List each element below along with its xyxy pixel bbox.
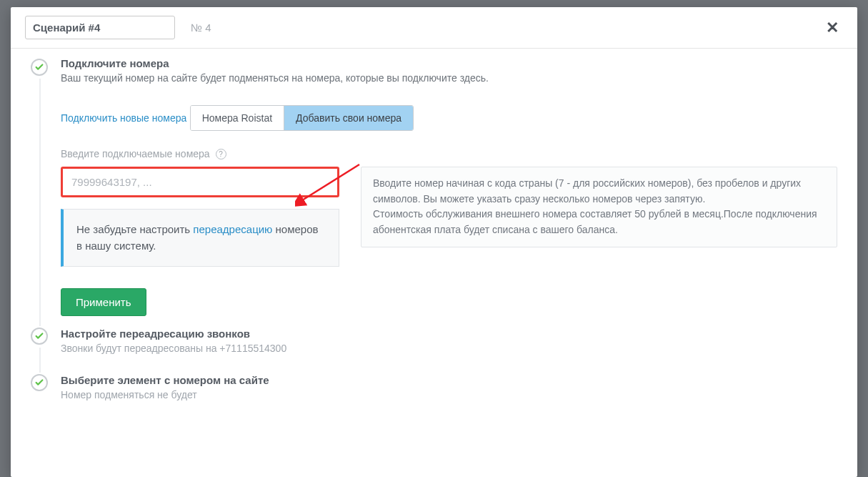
phone-info-box: Вводите номер начиная с кода страны (7 -… bbox=[361, 167, 837, 247]
step1-title: Подключите номера bbox=[61, 57, 837, 69]
scenario-modal: № 4 ✕ Подключите номера Ваш текущий номе… bbox=[11, 7, 857, 477]
step2-desc: Звонки будут переадресованы на +71115514… bbox=[61, 343, 837, 354]
step-connect-numbers: Подключите номера Ваш текущий номер на с… bbox=[31, 57, 837, 316]
help-icon[interactable]: ? bbox=[216, 149, 226, 159]
modal-body: Подключите номера Ваш текущий номер на с… bbox=[11, 49, 857, 433]
phone-field-label: Введите подключаемые номера ? bbox=[61, 148, 837, 159]
number-source-tabs: Номера Roistat Добавить свои номера bbox=[190, 105, 414, 131]
step-select-element[interactable]: Выберите элемент с номером на сайте Номе… bbox=[31, 373, 837, 409]
check-icon bbox=[31, 328, 48, 345]
scenario-number: № 4 bbox=[191, 21, 211, 34]
tab-roistat-numbers[interactable]: Номера Roistat bbox=[191, 106, 284, 130]
redirect-link[interactable]: переадресацию bbox=[193, 223, 272, 235]
check-icon bbox=[31, 59, 48, 76]
phone-numbers-input[interactable] bbox=[61, 167, 339, 197]
redirect-notice: Не забудьте настроить переадресацию номе… bbox=[61, 209, 339, 267]
close-icon[interactable]: ✕ bbox=[822, 17, 843, 39]
step1-desc: Ваш текущий номер на сайте будет подменя… bbox=[61, 72, 837, 84]
step2-title: Настройте переадресацию звонков bbox=[61, 328, 837, 340]
connect-new-numbers-link[interactable]: Подключить новые номера bbox=[61, 112, 186, 124]
notice-text-1: Не забудьте настроить bbox=[76, 223, 193, 235]
apply-button[interactable]: Применить bbox=[61, 288, 146, 316]
step3-desc: Номер подменяться не будет bbox=[61, 389, 837, 400]
step3-title: Выберите элемент с номером на сайте bbox=[61, 374, 837, 386]
scenario-title-input[interactable] bbox=[25, 16, 175, 39]
check-icon bbox=[31, 374, 48, 391]
tab-add-own-numbers[interactable]: Добавить свои номера bbox=[284, 106, 413, 130]
modal-header: № 4 ✕ bbox=[11, 7, 857, 49]
phone-field-label-text: Введите подключаемые номера bbox=[61, 148, 210, 159]
step-setup-redirect[interactable]: Настройте переадресацию звонков Звонки б… bbox=[31, 326, 837, 363]
